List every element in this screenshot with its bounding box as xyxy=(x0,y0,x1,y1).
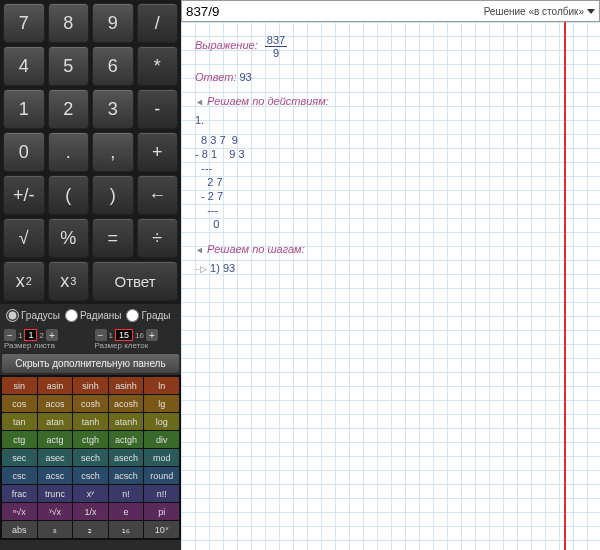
fn-abs[interactable]: abs xyxy=(2,521,37,538)
fn-actgh[interactable]: actgh xyxy=(109,431,144,448)
fn-sin[interactable]: sin xyxy=(2,377,37,394)
key-7[interactable]: 7 xyxy=(3,3,45,43)
key-5[interactable]: 5 xyxy=(48,46,90,86)
fn-pi[interactable]: pi xyxy=(144,503,179,520)
fn-tanh[interactable]: tanh xyxy=(73,413,108,430)
fn-sech[interactable]: sech xyxy=(73,449,108,466)
sheet-label: Размер листа xyxy=(4,341,87,350)
fn-asin[interactable]: asin xyxy=(38,377,73,394)
answer-button[interactable]: Ответ xyxy=(92,261,178,301)
fn-atan[interactable]: atan xyxy=(38,413,73,430)
key-back[interactable]: ← xyxy=(137,175,179,215)
fn-1x[interactable]: 1/x xyxy=(73,503,108,520)
cell-label: Размер клеток xyxy=(95,341,178,350)
fn-round[interactable]: round xyxy=(144,467,179,484)
answer-value: 93 xyxy=(240,71,252,83)
sheet-dec[interactable]: − xyxy=(4,329,16,341)
function-panel: sinasinsinhasinhlncosacoscoshacoshlgtana… xyxy=(0,375,181,540)
key-3[interactable]: 3 xyxy=(92,89,134,129)
solution-mode-dropdown[interactable]: Решение «в столбик» xyxy=(484,6,595,17)
fn-atanh[interactable]: atanh xyxy=(109,413,144,430)
cell-inc[interactable]: + xyxy=(146,329,158,341)
key-minus[interactable]: - xyxy=(137,89,179,129)
fn-csc[interactable]: csc xyxy=(2,467,37,484)
fn-cosh[interactable]: cosh xyxy=(73,395,108,412)
fn-frac[interactable]: frac xyxy=(2,485,37,502)
fn-ctgh[interactable]: ctgh xyxy=(73,431,108,448)
fn-[interactable]: ₈ xyxy=(38,521,73,538)
fn-ln[interactable]: ln xyxy=(144,377,179,394)
fn-lg[interactable]: lg xyxy=(144,395,179,412)
key-x3[interactable]: x3 xyxy=(48,261,90,301)
hide-panel-button[interactable]: Скрыть дополнительную панель xyxy=(2,354,179,373)
fn-acsc[interactable]: acsc xyxy=(38,467,73,484)
answer-label: Ответ: xyxy=(195,71,236,83)
fn-asinh[interactable]: asinh xyxy=(109,377,144,394)
sheet-inc[interactable]: + xyxy=(46,329,58,341)
fn-actg[interactable]: actg xyxy=(38,431,73,448)
solution-paper: Выражение: 8379 Ответ: 93 ◄ Решаем по де… xyxy=(181,22,600,550)
angle-rad[interactable]: Радианы xyxy=(65,309,122,322)
key-dot[interactable]: . xyxy=(48,132,90,172)
key-sqrt[interactable]: √ xyxy=(3,218,45,258)
key-4[interactable]: 4 xyxy=(3,46,45,86)
fn-mod[interactable]: mod xyxy=(144,449,179,466)
fn-x[interactable]: ʸ√x xyxy=(38,503,73,520)
angle-deg[interactable]: Градусы xyxy=(6,309,60,322)
key-sign[interactable]: +/- xyxy=(3,175,45,215)
cell-dec[interactable]: − xyxy=(95,329,107,341)
key-x2[interactable]: x2 xyxy=(3,261,45,301)
fn-ctg[interactable]: ctg xyxy=(2,431,37,448)
fn-div[interactable]: div xyxy=(144,431,179,448)
fn-trunc[interactable]: trunc xyxy=(38,485,73,502)
fn-cos[interactable]: cos xyxy=(2,395,37,412)
angle-grad[interactable]: Грады xyxy=(126,309,170,322)
fn-acsch[interactable]: acsch xyxy=(109,467,144,484)
key-0[interactable]: 0 xyxy=(3,132,45,172)
chevron-down-icon xyxy=(587,9,595,14)
expr-label: Выражение: xyxy=(195,39,258,51)
angle-mode-group: Градусы Радианы Грады xyxy=(0,304,181,327)
fn-tan[interactable]: tan xyxy=(2,413,37,430)
expression-input[interactable] xyxy=(186,4,484,19)
fn-acosh[interactable]: acosh xyxy=(109,395,144,412)
section1-label: Решаем по действиям: xyxy=(207,95,329,107)
key-rparen[interactable]: ) xyxy=(92,175,134,215)
fn-acos[interactable]: acos xyxy=(38,395,73,412)
key-percent[interactable]: % xyxy=(48,218,90,258)
fn-[interactable]: ₁₆ xyxy=(109,521,144,538)
key-divide[interactable]: / xyxy=(137,3,179,43)
fn-10[interactable]: 10ˣ xyxy=(144,521,179,538)
fn-sec[interactable]: sec xyxy=(2,449,37,466)
cell-size: 15 xyxy=(115,329,133,341)
fn-log[interactable]: log xyxy=(144,413,179,430)
key-plus[interactable]: + xyxy=(137,132,179,172)
fn-x[interactable]: ⁿ√x xyxy=(2,503,37,520)
sheet-size: 1 xyxy=(24,329,37,341)
main-keypad: 7 8 9 / 4 5 6 * 1 2 3 - 0 . , + +/- ( ) … xyxy=(0,0,181,304)
key-equals[interactable]: = xyxy=(92,218,134,258)
long-division-work: 8 3 7 9 - 8 1 9 3 --- 2 7 - 2 7 --- 0 xyxy=(195,133,329,231)
fn-asech[interactable]: asech xyxy=(109,449,144,466)
key-8[interactable]: 8 xyxy=(48,3,90,43)
fn-x[interactable]: xʸ xyxy=(73,485,108,502)
fn-[interactable]: ₂ xyxy=(73,521,108,538)
fn-csch[interactable]: csch xyxy=(73,467,108,484)
key-multiply[interactable]: * xyxy=(137,46,179,86)
fn-sinh[interactable]: sinh xyxy=(73,377,108,394)
key-div2[interactable]: ÷ xyxy=(137,218,179,258)
key-lparen[interactable]: ( xyxy=(48,175,90,215)
section2-label: Решаем по шагам: xyxy=(207,243,305,255)
key-6[interactable]: 6 xyxy=(92,46,134,86)
key-2[interactable]: 2 xyxy=(48,89,90,129)
key-1[interactable]: 1 xyxy=(3,89,45,129)
fn-n[interactable]: n! xyxy=(109,485,144,502)
key-comma[interactable]: , xyxy=(92,132,134,172)
fn-asec[interactable]: asec xyxy=(38,449,73,466)
fn-n[interactable]: n!! xyxy=(144,485,179,502)
key-9[interactable]: 9 xyxy=(92,3,134,43)
fn-e[interactable]: e xyxy=(109,503,144,520)
